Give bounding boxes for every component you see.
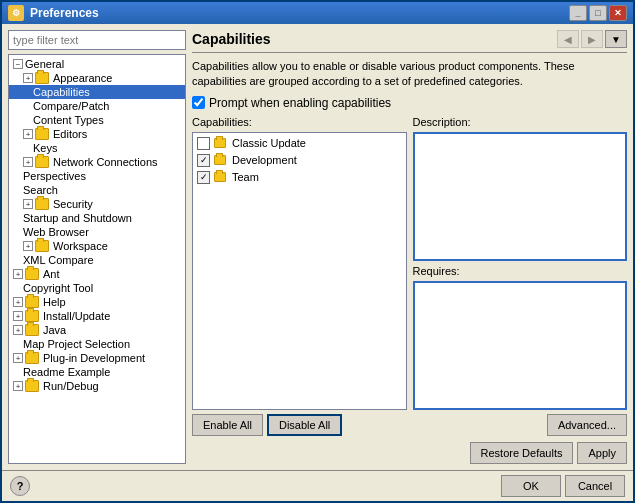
tree-item-install-update[interactable]: + Install/Update bbox=[9, 309, 185, 323]
disable-all-button[interactable]: Disable All bbox=[267, 414, 342, 436]
requires-label: Requires: bbox=[413, 265, 628, 277]
menu-button[interactable]: ▼ bbox=[605, 30, 627, 48]
tree-item-help[interactable]: + Help bbox=[9, 295, 185, 309]
tree-item-keys[interactable]: Keys bbox=[9, 141, 185, 155]
tree-item-map-project-selection[interactable]: Map Project Selection bbox=[9, 337, 185, 351]
tree-item-perspectives[interactable]: Perspectives bbox=[9, 169, 185, 183]
tree-label-startup-shutdown: Startup and Shutdown bbox=[23, 212, 132, 224]
prompt-checkbox[interactable] bbox=[192, 96, 205, 109]
folder-icon-ant bbox=[25, 268, 39, 280]
tree-label-plug-in-development: Plug-in Development bbox=[43, 352, 145, 364]
cap-label-development: Development bbox=[232, 154, 297, 166]
tree-item-java[interactable]: + Java bbox=[9, 323, 185, 337]
tree-item-security[interactable]: + Security bbox=[9, 197, 185, 211]
cancel-button[interactable]: Cancel bbox=[565, 475, 625, 497]
description-label: Description: bbox=[413, 116, 628, 128]
expand-workspace[interactable]: + bbox=[23, 241, 33, 251]
window-title: Preferences bbox=[30, 6, 99, 20]
cap-item-classic-update[interactable]: Classic Update bbox=[195, 135, 404, 152]
cap-checkbox-classic-update[interactable] bbox=[197, 137, 210, 150]
close-button[interactable]: ✕ bbox=[609, 5, 627, 21]
footer-right: OK Cancel bbox=[501, 475, 625, 497]
cap-checkbox-development[interactable] bbox=[197, 154, 210, 167]
folder-icon-java bbox=[25, 324, 39, 336]
expand-ant[interactable]: + bbox=[13, 269, 23, 279]
tree-item-workspace[interactable]: + Workspace bbox=[9, 239, 185, 253]
expand-help[interactable]: + bbox=[13, 297, 23, 307]
tree-label-workspace: Workspace bbox=[53, 240, 108, 252]
right-panel: Capabilities ◀ ▶ ▼ Capabilities allow yo… bbox=[192, 30, 627, 464]
folder-icon-workspace bbox=[35, 240, 49, 252]
expand-install-update[interactable]: + bbox=[13, 311, 23, 321]
tree-label-compare-patch: Compare/Patch bbox=[33, 100, 109, 112]
tree-label-run-debug: Run/Debug bbox=[43, 380, 99, 392]
capabilities-list[interactable]: Classic Update Development Team bbox=[192, 132, 407, 410]
tree-item-run-debug[interactable]: + Run/Debug bbox=[9, 379, 185, 393]
forward-button[interactable]: ▶ bbox=[581, 30, 603, 48]
ok-button[interactable]: OK bbox=[501, 475, 561, 497]
tree-item-editors[interactable]: + Editors bbox=[9, 127, 185, 141]
tree-item-appearance[interactable]: + Appearance bbox=[9, 71, 185, 85]
enable-disable-buttons: Enable All Disable All bbox=[192, 414, 407, 436]
prompt-checkbox-label[interactable]: Prompt when enabling capabilities bbox=[209, 96, 391, 110]
enable-all-button[interactable]: Enable All bbox=[192, 414, 263, 436]
tree-item-readme-example[interactable]: Readme Example bbox=[9, 365, 185, 379]
folder-icon-plug-in-dev bbox=[25, 352, 39, 364]
tree-label-ant: Ant bbox=[43, 268, 60, 280]
cap-checkbox-team[interactable] bbox=[197, 171, 210, 184]
folder-icon-network bbox=[35, 156, 49, 168]
filter-input[interactable] bbox=[8, 30, 186, 50]
cap-item-team[interactable]: Team bbox=[195, 169, 404, 186]
tree-item-web-browser[interactable]: Web Browser bbox=[9, 225, 185, 239]
tree-item-copyright-tool[interactable]: Copyright Tool bbox=[9, 281, 185, 295]
cap-item-development[interactable]: Development bbox=[195, 152, 404, 169]
advanced-button[interactable]: Advanced... bbox=[547, 414, 627, 436]
tree-label-editors: Editors bbox=[53, 128, 87, 140]
preferences-window: ⚙ Preferences _ □ ✕ − General + Appear bbox=[0, 0, 635, 503]
left-panel: − General + Appearance Capabilities Comp… bbox=[8, 30, 186, 464]
expand-general[interactable]: − bbox=[13, 59, 23, 69]
expand-editors[interactable]: + bbox=[23, 129, 33, 139]
tree-label-network-connections: Network Connections bbox=[53, 156, 158, 168]
tree-label-keys: Keys bbox=[33, 142, 57, 154]
folder-icon-cap-classic-update bbox=[214, 138, 226, 148]
tree-item-compare-patch[interactable]: Compare/Patch bbox=[9, 99, 185, 113]
expand-java[interactable]: + bbox=[13, 325, 23, 335]
help-button[interactable]: ? bbox=[10, 476, 30, 496]
expand-run-debug[interactable]: + bbox=[13, 381, 23, 391]
tree-item-capabilities[interactable]: Capabilities bbox=[9, 85, 185, 99]
tree-label-java: Java bbox=[43, 324, 66, 336]
tree-item-xml-compare[interactable]: XML Compare bbox=[9, 253, 185, 267]
cap-label-team: Team bbox=[232, 171, 259, 183]
description-box bbox=[413, 132, 628, 261]
titlebar-controls: _ □ ✕ bbox=[569, 5, 627, 21]
tree-item-general[interactable]: − General bbox=[9, 57, 185, 71]
expand-network[interactable]: + bbox=[23, 157, 33, 167]
tree-label-map-project-selection: Map Project Selection bbox=[23, 338, 130, 350]
capabilities-area: Capabilities: Classic Update Develop bbox=[192, 116, 627, 436]
folder-icon-cap-team bbox=[214, 172, 226, 182]
tree-item-content-types[interactable]: Content Types bbox=[9, 113, 185, 127]
tree-label-help: Help bbox=[43, 296, 66, 308]
back-button[interactable]: ◀ bbox=[557, 30, 579, 48]
expand-plug-in-dev[interactable]: + bbox=[13, 353, 23, 363]
folder-icon-run-debug bbox=[25, 380, 39, 392]
tree-container[interactable]: − General + Appearance Capabilities Comp… bbox=[8, 54, 186, 464]
tree-label-copyright-tool: Copyright Tool bbox=[23, 282, 93, 294]
folder-icon-security bbox=[35, 198, 49, 210]
tree-item-network-connections[interactable]: + Network Connections bbox=[9, 155, 185, 169]
tree-item-search[interactable]: Search bbox=[9, 183, 185, 197]
tree-item-ant[interactable]: + Ant bbox=[9, 267, 185, 281]
titlebar: ⚙ Preferences _ □ ✕ bbox=[2, 2, 633, 24]
expand-security[interactable]: + bbox=[23, 199, 33, 209]
restore-defaults-button[interactable]: Restore Defaults bbox=[470, 442, 574, 464]
apply-button[interactable]: Apply bbox=[577, 442, 627, 464]
tree-item-startup-shutdown[interactable]: Startup and Shutdown bbox=[9, 211, 185, 225]
maximize-button[interactable]: □ bbox=[589, 5, 607, 21]
restore-apply-row: Restore Defaults Apply bbox=[192, 442, 627, 464]
capabilities-column: Capabilities: Classic Update Develop bbox=[192, 116, 407, 436]
expand-appearance[interactable]: + bbox=[23, 73, 33, 83]
minimize-button[interactable]: _ bbox=[569, 5, 587, 21]
capabilities-label: Capabilities: bbox=[192, 116, 407, 128]
tree-item-plug-in-development[interactable]: + Plug-in Development bbox=[9, 351, 185, 365]
